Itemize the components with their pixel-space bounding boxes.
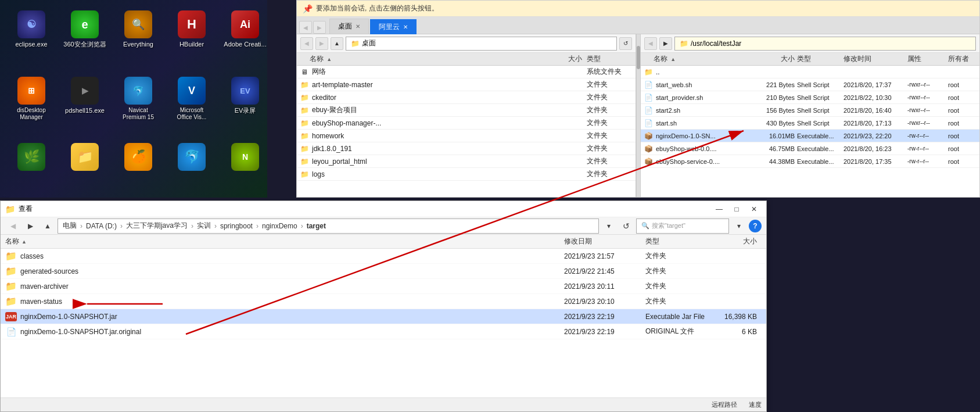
left-refresh-btn[interactable]: ↺	[619, 37, 632, 50]
win-file-generated[interactable]: 📁 generated-sources 2021/9/22 21:45 文件夹	[1, 264, 766, 279]
tab-forward-btn[interactable]: ▶	[313, 21, 326, 34]
breadcrumb-data[interactable]: DATA (D:)	[86, 222, 117, 230]
left-forward-btn[interactable]: ▶	[315, 37, 328, 50]
win-maximize-btn[interactable]: □	[729, 203, 744, 216]
win-refresh-btn[interactable]: ↺	[619, 219, 634, 233]
desktop-icon-eclipse[interactable]: ☯ eclipse.exe	[6, 6, 57, 70]
win-forward-btn[interactable]: ▶	[23, 219, 38, 233]
tab-aliyun[interactable]: 阿里云 ✕	[370, 19, 417, 34]
right-file-startprovider[interactable]: 📄 start_provider.sh 210 Bytes Shell Scri…	[641, 91, 979, 104]
left-file-ebuy[interactable]: 📁 ebuy-聚合项目 文件夹	[297, 104, 636, 117]
win-file-list[interactable]: 📁 classes 2021/9/23 21:57 文件夹 📁 generate…	[1, 249, 766, 397]
desktop-icon-folder[interactable]: 📁	[59, 138, 110, 202]
360-label: 360安全浏览器	[63, 41, 106, 48]
win-col-size[interactable]: 大小	[715, 237, 762, 246]
left-up-btn[interactable]: ▲	[331, 37, 343, 50]
left-file-ckeditor[interactable]: 📁 ckeditor 文件夹	[297, 91, 636, 104]
desktop-icon-adobe[interactable]: Ai Adobe Creati...	[220, 6, 271, 70]
breadcrumb-java[interactable]: 大三下学期java学习	[126, 221, 188, 231]
right-file-ebuyshopservice[interactable]: 📦 ebuyShop-service-0.... 44.38MB Executa…	[641, 155, 979, 168]
desktop-icon-orange[interactable]: 🍊	[113, 138, 164, 202]
win-expand-btn[interactable]: ▾	[731, 219, 746, 233]
win-address-bar[interactable]: 电脑 › DATA (D:) › 大三下学期java学习 › 实训 › spri…	[58, 218, 599, 234]
win-col-name[interactable]: 名称 ▲	[5, 237, 564, 246]
plant-icon: 🌿	[17, 143, 45, 171]
desktop-icon-navicat[interactable]: 🐬 NavicatPremium 15	[113, 72, 164, 136]
right-file-attr-start: -rwxr--r--	[907, 120, 948, 126]
win-dropdown-btn[interactable]: ▾	[601, 219, 616, 233]
left-col-size[interactable]: 大小	[540, 54, 587, 64]
desktop-icon-disdesktop[interactable]: ⊞ disDesktopManager	[6, 72, 57, 136]
win-file-date-nginxdemo-jar: 2021/9/23 22:19	[564, 313, 645, 321]
win-help-btn[interactable]: ?	[749, 220, 762, 232]
left-col-type[interactable]: 类型	[587, 54, 633, 64]
right-file-start[interactable]: 📄 start.sh 430 Bytes Shell Script 2021/8…	[641, 117, 979, 130]
right-file-dotdot[interactable]: 📁 ..	[641, 66, 979, 78]
breadcrumb-practice[interactable]: 实训	[197, 221, 211, 231]
right-col-attr[interactable]: 属性	[907, 54, 948, 64]
left-back-btn[interactable]: ◀	[300, 37, 313, 50]
right-col-mtime[interactable]: 修改时间	[843, 54, 907, 64]
right-col-size[interactable]: 大小	[756, 54, 797, 64]
left-file-network[interactable]: 🖥 网络 系统文件夹	[297, 66, 636, 78]
right-file-type-ebuyshopservice: Executable...	[797, 158, 843, 165]
left-address-input[interactable]: 📁 桌面	[346, 37, 617, 51]
desktop-icon-plant[interactable]: 🌿	[6, 138, 57, 202]
left-file-ebuyshop[interactable]: 📁 ebuyShop-manager-... 文件夹	[297, 117, 636, 130]
left-file-art[interactable]: 📁 art-template-master 文件夹	[297, 78, 636, 91]
win-file-maven-status[interactable]: 📁 maven-status 2021/9/23 20:10 文件夹	[1, 294, 766, 309]
right-col-name[interactable]: 名称 ▲	[643, 54, 756, 64]
left-file-jdk[interactable]: 📁 jdk1.8.0_191 文件夹	[297, 142, 636, 155]
tab-desktop[interactable]: 桌面 ✕	[329, 19, 369, 34]
win-file-nginxdemo-jar[interactable]: JAR nginxDemo-1.0-SNAPSHOT.jar 2021/9/23…	[1, 309, 766, 324]
tab-back-btn[interactable]: ◀	[299, 21, 312, 34]
right-back-btn[interactable]: ◀	[644, 37, 657, 50]
ev-label: EV录屏	[235, 107, 256, 114]
left-file-leyou[interactable]: 📁 leyou_portal_html 文件夹	[297, 155, 636, 168]
right-file-start2[interactable]: 📄 start2.sh 156 Bytes Shell Script 2021/…	[641, 104, 979, 117]
breadcrumb-target[interactable]: target	[307, 222, 326, 230]
desktop-icon-nvidia[interactable]: N	[220, 138, 271, 202]
right-file-ebuyshopweb[interactable]: 📦 ebuyShop-web-0.0.... 46.75MB Executabl…	[641, 142, 979, 155]
pdshell-icon: ▶	[71, 77, 99, 105]
right-file-list[interactable]: 📁 .. 📄 start_web.sh 221 Bytes Shell Scri…	[641, 66, 979, 197]
left-file-logs[interactable]: 📁 logs 文件夹	[297, 168, 636, 181]
right-file-mtime-ebuyshopservice: 2021/8/20, 17:35	[843, 158, 907, 165]
win-original-icon: 📄	[5, 326, 17, 338]
right-file-nginxdemo[interactable]: 📦 nginxDemo-1.0-SN... 16.01MB Executable…	[641, 130, 979, 142]
win-col-date[interactable]: 修改日期	[564, 237, 645, 246]
tab-aliyun-close[interactable]: ✕	[403, 24, 408, 30]
scrollbar-thumb[interactable]	[637, 46, 640, 69]
win-close-btn[interactable]: ✕	[746, 203, 762, 216]
win-col-type[interactable]: 类型	[645, 237, 715, 246]
right-file-startweb[interactable]: 📄 start_web.sh 221 Bytes Shell Script 20…	[641, 78, 979, 91]
tab-aliyun-label: 阿里云	[379, 22, 400, 32]
right-col-owner[interactable]: 所有者	[948, 54, 977, 64]
left-col-name[interactable]: 名称 ▲	[299, 54, 540, 64]
right-address-input[interactable]: 📁 /usr/local/testJar	[674, 37, 976, 51]
win-file-maven-archiver[interactable]: 📁 maven-archiver 2021/9/23 20:11 文件夹	[1, 279, 766, 294]
breadcrumb-pc[interactable]: 电脑	[63, 221, 77, 231]
notification-bar: 📌 要添加当前会话, 点击左侧的箭头按钮。	[297, 1, 979, 17]
win-search-box[interactable]: 🔍 搜索"target"	[636, 218, 729, 234]
left-address-text: 桌面	[362, 38, 376, 48]
win-up-btn[interactable]: ▲	[40, 219, 55, 233]
desktop-icon-ev[interactable]: EV EV录屏	[220, 72, 271, 136]
desktop-icon-360[interactable]: e 360安全浏览器	[59, 6, 110, 70]
right-forward-btn[interactable]: ▶	[659, 37, 672, 50]
breadcrumb-springboot[interactable]: springboot	[220, 222, 253, 230]
win-file-nginxdemo-original[interactable]: 📄 nginxDemo-1.0-SNAPSHOT.jar.original 20…	[1, 324, 766, 339]
win-back-btn[interactable]: ◀	[5, 219, 20, 233]
win-file-classes[interactable]: 📁 classes 2021/9/23 21:57 文件夹	[1, 249, 766, 264]
tab-desktop-close[interactable]: ✕	[356, 23, 360, 30]
breadcrumb-nginxdemo[interactable]: nginxDemo	[262, 222, 297, 230]
right-col-type[interactable]: 类型	[797, 54, 843, 64]
left-file-homework[interactable]: 📁 homework 文件夹	[297, 130, 636, 142]
desktop-icon-dolphin2[interactable]: 🐬	[166, 138, 217, 202]
desktop-icon-pdshell[interactable]: ▶ pdshell15.exe	[59, 72, 110, 136]
left-file-list[interactable]: 🖥 网络 系统文件夹 📁 art-template-master 文件夹 📁 c…	[297, 66, 636, 197]
desktop-icon-everything[interactable]: 🔍 Everything	[113, 6, 164, 70]
win-minimize-btn[interactable]: —	[712, 203, 727, 216]
desktop-icon-microsoft[interactable]: V MicrosoftOffice Vis...	[166, 72, 217, 136]
desktop-icon-hbuilder[interactable]: H HBuilder	[166, 6, 217, 70]
